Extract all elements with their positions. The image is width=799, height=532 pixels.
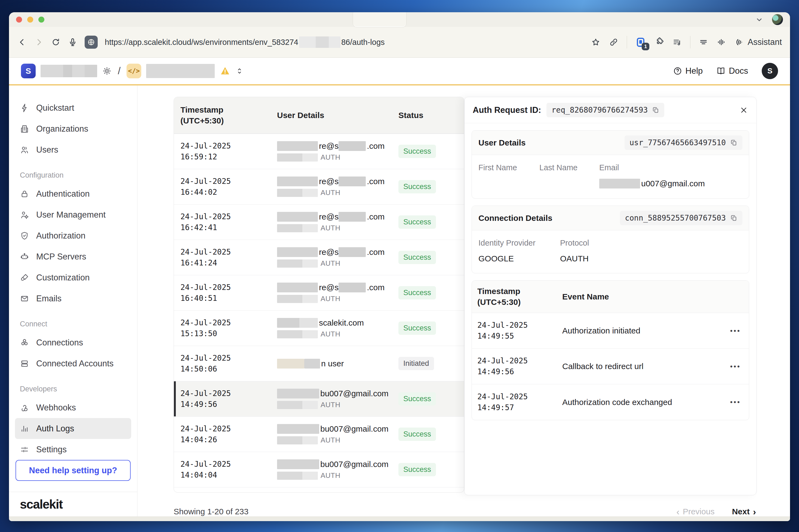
user-detail-text: re@s	[319, 141, 338, 151]
app-header: S / </> Help Docs S	[9, 58, 790, 86]
sidebar-item-settings[interactable]: Settings	[15, 439, 131, 460]
log-table-row[interactable]: 24-Jul-202514:04:26bu007@gmail.comAUTHSu…	[174, 417, 464, 452]
tab-pill[interactable]	[353, 12, 407, 27]
close-window-button[interactable]	[16, 17, 22, 23]
log-table-row[interactable]: 24-Jul-202514:50:06n userInitiated	[174, 346, 464, 381]
brush-icon	[20, 273, 29, 282]
event-name: Authorization code exchanged	[562, 398, 719, 407]
sidebar-item-connected-accounts[interactable]: Connected Accounts	[15, 353, 131, 374]
browser-toolbar: https://app.scalekit.cloud/ws/environmen…	[9, 27, 790, 58]
log-table-row[interactable]: 24-Jul-202514:49:56bu007@gmail.comAUTHSu…	[174, 381, 464, 417]
zoom-window-button[interactable]	[38, 17, 44, 23]
chevron-down-icon[interactable]	[755, 15, 764, 24]
copy-icon[interactable]	[652, 106, 659, 114]
events-table-header: Timestamp (UTC+5:30) Event Name	[472, 281, 749, 313]
sidebar-item-label: Authentication	[36, 189, 90, 199]
microphone-icon[interactable]	[68, 37, 78, 47]
sidebar-bars-icon[interactable]	[717, 37, 726, 47]
user-detail-meta-text: AUTH	[320, 436, 340, 444]
close-icon[interactable]	[739, 106, 748, 114]
sidebar-item-auth-logs[interactable]: Auth Logs	[15, 418, 131, 439]
user-gear-icon	[20, 210, 29, 220]
sliders-icon	[20, 445, 29, 454]
log-table-row[interactable]: 24-Jul-202516:44:02re@s.comAUTHSuccess	[174, 169, 464, 205]
user-avatar[interactable]: S	[762, 63, 778, 79]
user-detail-redaction	[277, 389, 319, 398]
log-table-row[interactable]: 24-Jul-202516:41:24re@s.comAUTHSuccess	[174, 240, 464, 275]
copy-icon[interactable]	[730, 139, 738, 146]
globe-icon	[87, 38, 95, 46]
log-table-row[interactable]: 24-Jul-202514:04:04bu007@gmail.comAUTHSu…	[174, 452, 464, 488]
copy-link-icon[interactable]	[609, 37, 618, 47]
log-row-timestamp: 24-Jul-202514:50:06	[174, 353, 277, 375]
connection-id-chip[interactable]: conn_58895255700767503	[620, 211, 742, 225]
assistant-button[interactable]: Assistant	[735, 37, 782, 47]
user-detail-meta-redaction	[277, 224, 318, 232]
auth-request-id-chip[interactable]: req_82680796766274593	[546, 103, 664, 117]
user-details-column-header: User Details	[277, 110, 398, 121]
sidebar-item-customization[interactable]: Customization	[15, 267, 131, 288]
sidebar-item-emails[interactable]: Emails	[15, 288, 131, 309]
sidebar-item-organizations[interactable]: Organizations	[15, 118, 131, 139]
event-actions-menu-icon[interactable]: •••	[719, 362, 749, 371]
password-manager-icon[interactable]: 1	[635, 37, 646, 48]
user-detail-meta-text: AUTH	[320, 294, 340, 303]
workspace-settings-gear-icon[interactable]	[102, 66, 112, 76]
previous-page-button[interactable]: ‹Previous	[676, 507, 714, 516]
browser-profile-avatar[interactable]	[772, 14, 783, 25]
user-detail-meta-redaction	[277, 436, 318, 444]
workspace-name-redacted	[40, 65, 97, 77]
sidebar-footer: scalekit	[9, 492, 137, 516]
reload-icon[interactable]	[51, 37, 61, 47]
detail-panel-header: Auth Request ID: req_82680796766274593	[465, 97, 756, 123]
user-detail-meta-redaction	[277, 295, 318, 303]
reader-lines-icon[interactable]	[699, 37, 708, 47]
log-row-user-details: re@s.comAUTH	[277, 212, 398, 232]
help-button[interactable]: Help	[673, 66, 703, 76]
sidebar-item-mcp-servers[interactable]: MCP Servers	[15, 246, 131, 267]
status-badge: Success	[398, 428, 436, 441]
log-table-row[interactable]: 24-Jul-202516:42:41re@s.comAUTHSuccess	[174, 205, 464, 240]
minimize-window-button[interactable]	[27, 17, 33, 23]
traffic-lights	[16, 17, 44, 23]
event-actions-menu-icon[interactable]: •••	[719, 327, 749, 335]
log-table-row[interactable]: 24-Jul-202516:40:51re@s.comAUTHSuccess	[174, 275, 464, 310]
log-table-row[interactable]: 24-Jul-202515:13:50scalekit.comAUTHSucce…	[174, 310, 464, 346]
auth-request-id-value: req_82680796766274593	[551, 106, 648, 114]
sidebar-item-webhooks[interactable]: Webhooks	[15, 397, 131, 418]
user-id-chip[interactable]: usr_77567465663497510	[625, 135, 742, 150]
user-detail-meta-redaction	[277, 260, 318, 268]
log-row-timestamp: 24-Jul-202516:59:12	[174, 140, 277, 163]
environment-switcher-icon[interactable]	[236, 66, 244, 76]
environment-chip-icon[interactable]: </>	[127, 64, 141, 78]
forward-icon[interactable]	[34, 37, 44, 47]
extensions-puzzle-icon[interactable]	[654, 37, 664, 47]
user-detail-meta-text: AUTH	[320, 471, 340, 480]
sidebar-item-users[interactable]: Users	[15, 139, 131, 160]
docs-button[interactable]: Docs	[716, 66, 748, 76]
log-table-row[interactable]: 24-Jul-202516:59:12re@s.comAUTHSuccess	[174, 134, 464, 169]
copy-icon[interactable]	[730, 214, 738, 222]
sidebar-item-connections[interactable]: Connections	[15, 332, 131, 353]
need-help-button[interactable]: Need help setting up?	[16, 460, 131, 481]
chevron-left-icon: ‹	[676, 508, 680, 516]
event-row-timestamp: 24-Jul-202514:49:56	[472, 356, 562, 377]
sidebar-item-label: Connected Accounts	[36, 359, 113, 368]
url-prefix: https://app.scalekit.cloud/ws/environmen…	[105, 38, 298, 47]
sidebar-item-authorization[interactable]: Authorization	[15, 225, 131, 246]
sidebar-item-quickstart[interactable]: Quickstart	[15, 97, 131, 118]
next-page-button[interactable]: Next›	[732, 507, 756, 516]
assistant-label: Assistant	[747, 37, 782, 47]
event-actions-menu-icon[interactable]: •••	[719, 398, 749, 406]
back-icon[interactable]	[17, 37, 27, 47]
user-detail-meta-redaction	[277, 330, 318, 338]
pagination-bar: Showing 1-20 of 233 ‹Previous Next›	[174, 504, 790, 516]
address-bar[interactable]: https://app.scalekit.cloud/ws/environmen…	[105, 36, 385, 48]
workspace-logo[interactable]: S	[21, 64, 36, 78]
toolbar-separator	[627, 36, 627, 49]
sidebar-item-authentication[interactable]: Authentication	[15, 183, 131, 204]
bookmark-star-icon[interactable]	[591, 37, 601, 47]
user-detail-redaction	[338, 212, 366, 222]
sidebar-item-user-management[interactable]: User Management	[15, 204, 131, 225]
playlist-icon[interactable]	[672, 37, 682, 47]
